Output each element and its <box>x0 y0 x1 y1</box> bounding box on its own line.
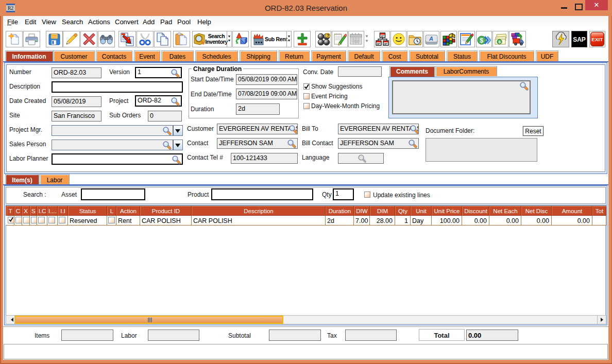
svg-text:12: 12 <box>354 39 359 44</box>
svg-text:$: $ <box>480 37 484 44</box>
svg-text:?: ? <box>327 33 330 38</box>
svg-text:$: $ <box>499 40 501 44</box>
svg-text:A: A <box>429 36 433 42</box>
